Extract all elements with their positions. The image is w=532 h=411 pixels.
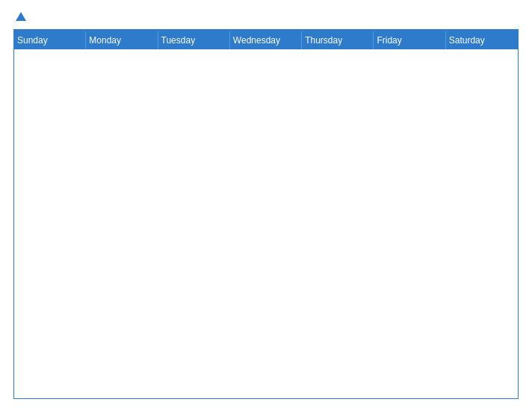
day-header-wednesday: Wednesday	[230, 31, 302, 49]
day-header-sunday: Sunday	[14, 31, 86, 49]
header	[13, 12, 519, 22]
calendar-grid: SundayMondayTuesdayWednesdayThursdayFrid…	[13, 29, 519, 399]
weeks-container	[14, 49, 518, 398]
day-header-friday: Friday	[374, 31, 445, 49]
days-header: SundayMondayTuesdayWednesdayThursdayFrid…	[14, 31, 518, 49]
day-header-tuesday: Tuesday	[158, 31, 230, 49]
calendar-page: SundayMondayTuesdayWednesdayThursdayFrid…	[0, 0, 532, 411]
logo-triangle-icon	[16, 12, 26, 21]
logo	[13, 12, 26, 22]
day-header-thursday: Thursday	[302, 31, 374, 49]
day-header-saturday: Saturday	[446, 31, 518, 49]
day-header-monday: Monday	[86, 31, 158, 49]
